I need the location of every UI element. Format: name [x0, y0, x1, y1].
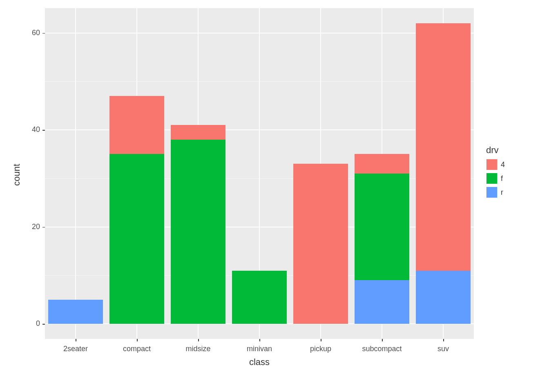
bar-segment	[416, 271, 471, 324]
bar-segment	[355, 280, 409, 324]
legend-item: r	[486, 187, 505, 198]
x-tick-label: 2seater	[63, 345, 88, 353]
bar-segment	[355, 174, 409, 280]
gridline-x-major	[75, 8, 76, 339]
legend-title: drv	[486, 145, 505, 156]
bar-segment	[416, 23, 471, 271]
x-tick-label: subcompact	[362, 345, 402, 353]
legend-label: r	[501, 188, 503, 197]
x-tick-mark	[259, 339, 260, 341]
x-tick-label: minivan	[247, 345, 272, 353]
legend-swatch	[487, 173, 497, 184]
x-tick-label: compact	[123, 345, 151, 353]
bar-segment	[48, 300, 103, 324]
x-tick-label: suv	[437, 345, 449, 353]
bar-segment	[171, 125, 225, 140]
chart-container: count class drv 4fr 02040602seatercompac…	[0, 0, 549, 392]
legend-item: f	[486, 173, 505, 184]
bar-segment	[109, 96, 164, 154]
legend-swatch	[487, 187, 497, 198]
legend-key	[486, 173, 498, 184]
y-tick-mark	[42, 324, 45, 325]
bar-segment	[171, 140, 225, 324]
y-axis-title: count	[11, 164, 22, 186]
x-tick-mark	[321, 339, 321, 341]
bar-segment	[232, 271, 287, 324]
x-tick-mark	[76, 339, 76, 341]
legend-key	[486, 159, 498, 170]
bar-segment	[109, 154, 164, 324]
legend-swatch	[487, 159, 497, 170]
x-tick-mark	[198, 339, 199, 341]
y-tick-label: 0	[36, 319, 40, 328]
y-tick-mark	[42, 33, 45, 34]
bar-segment	[293, 164, 348, 324]
y-tick-label: 40	[32, 125, 40, 134]
legend-label: f	[501, 174, 503, 183]
legend-label: 4	[501, 160, 505, 169]
x-tick-mark	[443, 339, 444, 341]
x-axis-title: class	[249, 357, 270, 368]
legend-item: 4	[486, 159, 505, 170]
y-tick-label: 20	[32, 223, 40, 231]
y-tick-label: 60	[32, 29, 40, 37]
x-tick-label: midsize	[185, 345, 210, 353]
x-tick-mark	[137, 339, 138, 341]
x-tick-mark	[382, 339, 383, 341]
y-tick-mark	[42, 227, 45, 228]
legend: drv 4fr	[486, 145, 505, 200]
bar-segment	[355, 154, 409, 174]
y-tick-mark	[42, 130, 45, 131]
plot-panel	[45, 8, 474, 339]
x-tick-label: pickup	[310, 345, 331, 353]
legend-key	[486, 187, 498, 198]
